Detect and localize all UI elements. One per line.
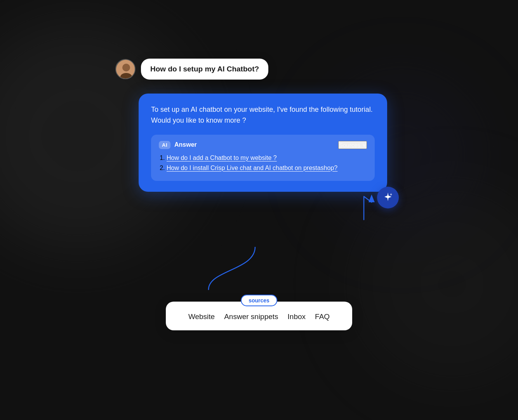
source-item-answer-snippets[interactable]: Answer snippets [224,312,278,321]
user-question-bubble: How do I setup my AI Chatbot? [141,59,268,80]
avatar-svg [116,60,136,79]
source-item-faq[interactable]: FAQ [315,312,330,321]
main-scene: How do I setup my AI Chatbot? To set up … [108,59,410,361]
sources-items: Website Answer snippets Inbox FAQ [188,312,330,321]
chevron-down-icon: ∨ [362,142,366,148]
connector-line [185,247,271,293]
sources-dropdown-button[interactable]: Sources ∨ [338,141,367,149]
ai-badge-row: AI Answer [159,141,197,149]
ai-badge: AI [159,141,170,149]
svg-point-1 [122,64,130,71]
svg-marker-3 [369,194,375,202]
list-item: How do I install Crisp Live chat and AI … [167,165,367,172]
ai-link-2[interactable]: How do I install Crisp Live chat and AI … [167,165,337,171]
arrow-to-sparkle [352,191,375,222]
sparkle-ai-button[interactable] [377,187,399,208]
list-item: How do I add a Chatbot to my website ? [167,154,367,161]
ai-link-1[interactable]: How do I add a Chatbot to my website ? [167,154,277,161]
ai-main-text: To set up an AI chatbot on your website,… [151,104,375,126]
sources-btn-label: Sources [339,142,360,148]
ai-answer-section: AI Answer Sources ∨ How do I add a Chatb… [151,135,375,181]
avatar [115,59,136,79]
ai-answer-header: AI Answer Sources ∨ [159,141,367,149]
ai-answer-label: Answer [174,141,197,148]
sources-panel: sources Website Answer snippets Inbox FA… [166,302,352,330]
user-question-text: How do I setup my AI Chatbot? [150,65,259,73]
user-message-wrapper: How do I setup my AI Chatbot? [115,59,268,80]
sparkle-svg [383,192,393,202]
ai-links-list: How do I add a Chatbot to my website ? H… [159,154,367,172]
sparkle-icon [383,192,393,203]
source-item-inbox[interactable]: Inbox [288,312,306,321]
sources-tag: sources [241,295,277,306]
ai-response-bubble: To set up an AI chatbot on your website,… [139,94,387,192]
source-item-website[interactable]: Website [188,312,215,321]
